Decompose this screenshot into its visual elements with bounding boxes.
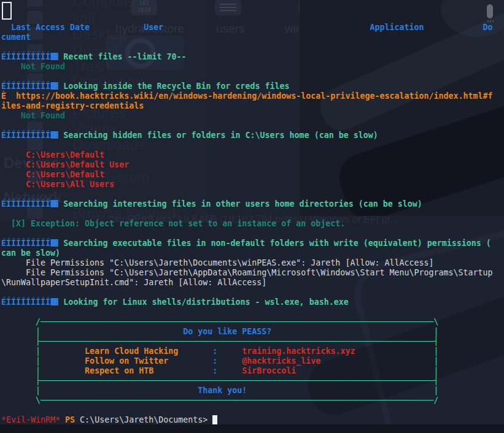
terminal-line [1, 307, 493, 317]
taskbar [0, 424, 504, 433]
terminal-line: ÉÍÍÍÍÍÍÍÍÍ͹ Looking for Linux shells/dis… [1, 297, 493, 307]
terminal-line: | Respect on HTB : SirBroccoli | [1, 366, 493, 376]
terminal-line: File Permissions "C:\Users\Jareth\AppDat… [1, 268, 493, 278]
terminal-line: [X] Exception: Object reference not set … [1, 219, 493, 229]
terminal-line: Not Found [1, 111, 493, 121]
terminal-line [1, 405, 493, 415]
terminal-line: can be slow) [1, 248, 493, 258]
terminal-line [1, 229, 493, 239]
terminal-line: | Learn Cloud Hacking : training.hacktri… [1, 347, 493, 356]
terminal-line: C:\Users\Default User [1, 160, 493, 170]
folder-icon [27, 11, 43, 24]
terminal-line: | Follow on Twitter : @hacktricks_live | [1, 356, 493, 366]
terminal-line: C:\Users\Default [1, 170, 493, 180]
terminal-line [1, 190, 493, 199]
terminal-line: C:\Users\Default [1, 150, 493, 160]
terminal-cursor [212, 415, 217, 424]
terminal-line: ├───────────────────────────────────────… [1, 376, 493, 386]
cursor-artifact-box [2, 2, 12, 20]
terminal-line: ÉÍÍÍÍÍÍÍÍÍ͹ Searching executable files i… [1, 239, 493, 248]
binary-file-icon: 101 1010 [131, 0, 157, 15]
scrollbar-dots [487, 20, 494, 22]
terminal-line: cument [1, 33, 493, 42]
terminal-line: iles-and-registry-credentials [1, 101, 493, 111]
terminal-line [1, 72, 493, 82]
terminal-line: *Evil-WinRM* PS C:\Users\Jareth\Document… [1, 415, 493, 425]
terminal-line: Not Found [1, 62, 493, 72]
terminal-line: ├───────────────────────────────────────… [1, 337, 493, 347]
terminal-line: Last Access Date User Application Do [1, 23, 493, 33]
terminal-line: | Do you like PEASS? | [1, 327, 493, 337]
terminal-line: È https://book.hacktricks.wiki/en/window… [1, 91, 493, 101]
scrollbar-thumb[interactable] [487, 4, 493, 18]
terminal-line: ÉÍÍÍÍÍÍÍÍÍ͹ Searching interesting files … [1, 199, 493, 209]
terminal-line [1, 209, 493, 219]
terminal-line: \RunWallpaperSetupInit.cmd": Jareth [All… [1, 278, 493, 288]
terminal-line: ÉÍÍÍÍÍÍÍÍÍ͹ Searching hidden files or fo… [1, 131, 493, 140]
terminal-line: File Permissions "C:\Users\Jareth\Docume… [1, 258, 493, 268]
terminal-line [1, 42, 493, 52]
terminal-line: ÉÍÍÍÍÍÍÍÍÍ͹ Recent files --limit 70-- [1, 52, 493, 62]
terminal-line [1, 121, 493, 131]
terminal-line: | Thank you! | [1, 386, 493, 396]
document-file-icon [215, 0, 241, 15]
terminal-line [1, 140, 493, 150]
terminal-line: C:\Users\All Users [1, 180, 493, 190]
terminal-line: /───────────────────────────────────────… [1, 317, 493, 327]
screenshot-root: ComputerkaliDesktopRecentTrashDocumentsP… [0, 0, 504, 433]
fm-sidebar-item: Computer [0, 0, 209, 9]
terminal-line: ÉÍÍÍÍÍÍÍÍÍ͹ Looking inside the Recycle B… [1, 82, 493, 91]
terminal-line [1, 288, 493, 297]
terminal-line: \───────────────────────────────────────… [1, 396, 493, 405]
folder-icon [27, 0, 43, 7]
terminal-output[interactable]: Last Access Date User Application Docume… [1, 23, 493, 425]
